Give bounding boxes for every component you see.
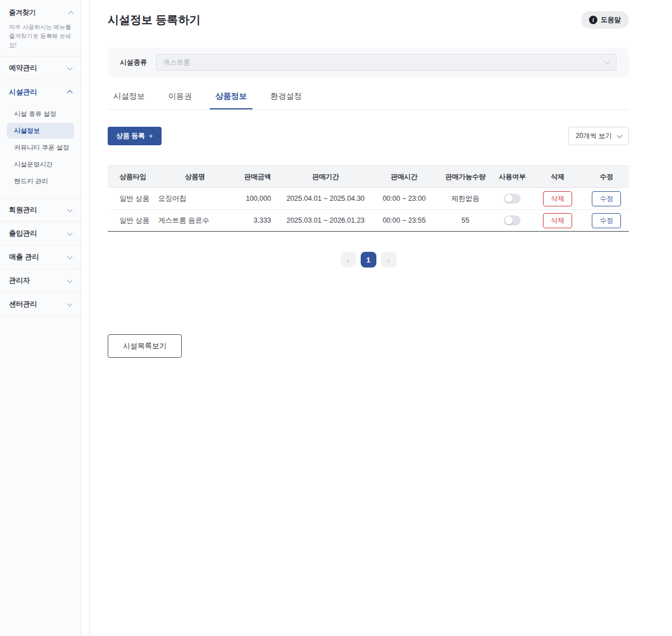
help-label: 도움말 bbox=[601, 15, 621, 25]
sidebar-item-sales[interactable]: 매출 관리 bbox=[0, 246, 81, 269]
sidebar-item-admin[interactable]: 관리자 bbox=[0, 269, 81, 293]
submenu-item-handkey[interactable]: 핸드키 관리 bbox=[7, 173, 74, 189]
cell-price: 3,333 bbox=[236, 210, 280, 232]
main-content: 시설정보 등록하기 i 도움말 시설종류 게스트룸 시설정보 이용권 상품정보 … bbox=[90, 0, 672, 636]
pagination-page-1[interactable]: 1 bbox=[361, 252, 376, 268]
favorites-title: 즐겨찾기 bbox=[9, 8, 36, 17]
page-size-value: 20개씩 보기 bbox=[576, 131, 612, 141]
cell-period: 2025.03.01 ~ 2026.01.23 bbox=[280, 210, 371, 232]
col-header-price: 판매금액 bbox=[236, 166, 280, 188]
sidebar-item-label: 센터관리 bbox=[9, 299, 37, 309]
chevron-up-icon bbox=[68, 11, 74, 16]
sidebar-item-facility[interactable]: 시설관리 bbox=[0, 80, 81, 104]
chevron-down-icon bbox=[605, 59, 610, 64]
sidebar-item-center[interactable]: 센터관리 bbox=[0, 293, 81, 316]
facility-list-button[interactable]: 시설목록보기 bbox=[108, 334, 182, 358]
delete-button[interactable]: 삭제 bbox=[543, 213, 572, 228]
pagination-prev-button[interactable]: ‹ bbox=[340, 252, 356, 268]
toggle-knob bbox=[505, 216, 513, 224]
submenu-item-facility-type[interactable]: 시설 종류 설정 bbox=[7, 106, 74, 122]
table-row: 일반 상품 오징어칩 100,000 2025.04.01 ~ 2025.04.… bbox=[108, 188, 629, 210]
chevron-down-icon bbox=[67, 206, 73, 212]
sidebar-item-reservation[interactable]: 예약관리 bbox=[0, 57, 81, 80]
table-row: 일반 상품 게스트룸 음료수 3,333 2025.03.01 ~ 2026.0… bbox=[108, 210, 629, 232]
sidebar-item-members[interactable]: 회원관리 bbox=[0, 199, 81, 222]
tab-bar: 시설정보 이용권 상품정보 환경설정 bbox=[108, 91, 629, 110]
edit-button[interactable]: 수정 bbox=[592, 191, 621, 206]
help-button[interactable]: i 도움말 bbox=[581, 11, 629, 29]
sidebar-gutter bbox=[81, 0, 90, 636]
cell-type: 일반 상품 bbox=[108, 188, 154, 210]
cell-time: 00:00 ~ 23:00 bbox=[371, 188, 437, 210]
cell-time: 00:00 ~ 23:55 bbox=[371, 210, 437, 232]
sidebar-item-label: 매출 관리 bbox=[9, 252, 39, 262]
page-size-select[interactable]: 20개씩 보기 bbox=[568, 127, 629, 145]
add-product-label: 상품 등록 bbox=[116, 131, 145, 141]
cell-type: 일반 상품 bbox=[108, 210, 154, 232]
sidebar: 즐겨찾기 자주 사용하시는 메뉴를 즐겨찾기로 등록해 보세요! 예약관리 시설… bbox=[0, 0, 81, 636]
facility-type-select[interactable]: 게스트룸 bbox=[156, 54, 616, 71]
cell-qty: 55 bbox=[438, 210, 494, 232]
page-title: 시설정보 등록하기 bbox=[108, 12, 201, 27]
enabled-toggle[interactable] bbox=[504, 215, 521, 225]
col-header-time: 판매시간 bbox=[371, 166, 437, 188]
delete-button[interactable]: 삭제 bbox=[543, 191, 572, 206]
plus-icon: + bbox=[149, 132, 153, 140]
page-header: 시설정보 등록하기 i 도움말 bbox=[108, 11, 629, 29]
favorites-hint: 자주 사용하시는 메뉴를 즐겨찾기로 등록해 보세요! bbox=[9, 23, 73, 49]
cell-period: 2025.04.01 ~ 2025.04.30 bbox=[280, 188, 371, 210]
facility-type-filter: 시설종류 게스트룸 bbox=[108, 48, 629, 77]
chevron-down-icon bbox=[67, 301, 73, 306]
chevron-down-icon bbox=[67, 254, 73, 259]
facility-submenu: 시설 종류 설정 시설정보 커뮤니티 쿠폰 설정 시설운영시간 핸드키 관리 bbox=[0, 104, 81, 199]
cell-qty: 제한없음 bbox=[438, 188, 494, 210]
tab-pass[interactable]: 이용권 bbox=[163, 91, 197, 109]
tab-facility-info[interactable]: 시설정보 bbox=[108, 91, 150, 109]
chevron-down-icon bbox=[67, 230, 73, 236]
submenu-item-operating-hours[interactable]: 시설운영시간 bbox=[7, 156, 74, 172]
sidebar-item-access[interactable]: 출입관리 bbox=[0, 222, 81, 246]
col-header-period: 판매기간 bbox=[280, 166, 371, 188]
footer-actions: 시설목록보기 bbox=[108, 334, 629, 358]
add-product-button[interactable]: 상품 등록 + bbox=[108, 127, 162, 145]
sidebar-item-label: 관리자 bbox=[9, 276, 30, 285]
table-header-row: 상품타입 상품명 판매금액 판매기간 판매시간 판매가능수량 사용여부 삭제 수… bbox=[108, 166, 629, 188]
chevron-up-icon bbox=[67, 90, 73, 96]
cell-name: 게스트룸 음료수 bbox=[154, 210, 236, 232]
enabled-toggle[interactable] bbox=[504, 193, 521, 204]
cell-name: 오징어칩 bbox=[154, 188, 236, 210]
submenu-item-community-coupon[interactable]: 커뮤니티 쿠폰 설정 bbox=[7, 140, 74, 155]
product-table: 상품타입 상품명 판매금액 판매기간 판매시간 판매가능수량 사용여부 삭제 수… bbox=[108, 165, 629, 232]
facility-type-value: 게스트룸 bbox=[163, 58, 190, 67]
app-root: 즐겨찾기 자주 사용하시는 메뉴를 즐겨찾기로 등록해 보세요! 예약관리 시설… bbox=[0, 0, 672, 636]
submenu-item-facility-info[interactable]: 시설정보 bbox=[7, 123, 74, 139]
sidebar-item-label: 출입관리 bbox=[9, 229, 37, 238]
col-header-type: 상품타입 bbox=[108, 166, 154, 188]
edit-button[interactable]: 수정 bbox=[592, 213, 621, 228]
chevron-down-icon bbox=[67, 64, 73, 70]
info-icon: i bbox=[589, 16, 597, 24]
col-header-enabled: 사용여부 bbox=[494, 166, 531, 188]
pagination: ‹ 1 › bbox=[108, 252, 629, 268]
table-toolbar: 상품 등록 + 20개씩 보기 bbox=[108, 127, 629, 145]
toggle-knob bbox=[505, 195, 513, 202]
tab-product-info[interactable]: 상품정보 bbox=[210, 91, 252, 109]
sidebar-item-label: 회원관리 bbox=[9, 205, 37, 215]
tab-settings[interactable]: 환경설정 bbox=[265, 91, 307, 109]
favorites-header[interactable]: 즐겨찾기 bbox=[9, 8, 73, 17]
facility-type-label: 시설종류 bbox=[120, 58, 147, 67]
chevron-down-icon bbox=[67, 277, 73, 283]
sidebar-item-label: 예약관리 bbox=[9, 63, 37, 73]
pagination-next-button[interactable]: › bbox=[381, 252, 397, 268]
sidebar-item-label: 시설관리 bbox=[9, 87, 37, 97]
col-header-edit: 수정 bbox=[584, 166, 629, 188]
col-header-delete: 삭제 bbox=[531, 166, 584, 188]
col-header-qty: 판매가능수량 bbox=[438, 166, 494, 188]
favorites-section: 즐겨찾기 자주 사용하시는 메뉴를 즐겨찾기로 등록해 보세요! bbox=[0, 0, 81, 57]
col-header-name: 상품명 bbox=[154, 166, 236, 188]
cell-price: 100,000 bbox=[236, 188, 280, 210]
chevron-down-icon bbox=[617, 132, 623, 138]
